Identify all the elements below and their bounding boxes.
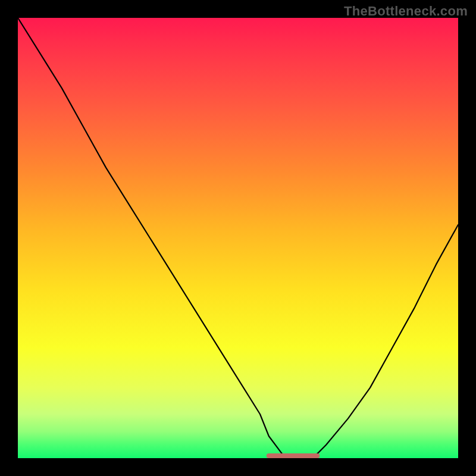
curve-path: [18, 18, 458, 458]
watermark-label: TheBottleneck.com: [344, 4, 468, 19]
chart-frame: TheBottleneck.com: [0, 0, 476, 476]
chart-svg: [18, 18, 458, 458]
plot-area: [18, 18, 458, 458]
